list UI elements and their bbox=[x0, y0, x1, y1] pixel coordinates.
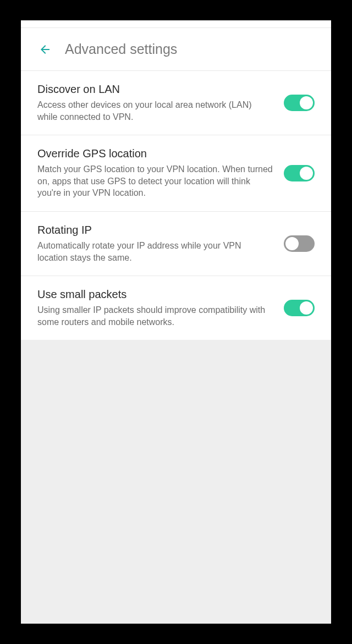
toggle-override-gps-location[interactable] bbox=[284, 165, 315, 181]
setting-text: Use small packetsUsing smaller IP packet… bbox=[37, 288, 284, 328]
setting-title: Discover on LAN bbox=[37, 83, 273, 96]
toggle-knob bbox=[300, 167, 313, 180]
back-button[interactable] bbox=[37, 42, 53, 57]
settings-list: Discover on LANAccess other devices on y… bbox=[21, 71, 331, 340]
header: Advanced settings bbox=[21, 28, 331, 71]
setting-description: Using smaller IP packets should improve … bbox=[37, 304, 273, 328]
setting-item-use-small-packets[interactable]: Use small packetsUsing smaller IP packet… bbox=[21, 276, 331, 340]
arrow-left-icon bbox=[38, 43, 52, 56]
toggle-rotating-ip[interactable] bbox=[284, 235, 315, 252]
setting-text: Override GPS locationMatch your GPS loca… bbox=[37, 147, 284, 199]
setting-description: Automatically rotate your IP address whi… bbox=[37, 240, 273, 263]
setting-description: Match your GPS location to your VPN loca… bbox=[37, 163, 273, 199]
device-frame: Advanced settings Discover on LANAccess … bbox=[21, 20, 331, 624]
setting-title: Override GPS location bbox=[37, 147, 273, 160]
toggle-knob bbox=[300, 96, 313, 109]
setting-text: Rotating IPAutomatically rotate your IP … bbox=[37, 224, 284, 263]
toggle-use-small-packets[interactable] bbox=[284, 300, 315, 316]
setting-text: Discover on LANAccess other devices on y… bbox=[37, 83, 284, 123]
setting-title: Use small packets bbox=[37, 288, 273, 301]
toggle-knob bbox=[285, 237, 299, 250]
setting-item-discover-on-lan[interactable]: Discover on LANAccess other devices on y… bbox=[21, 71, 331, 135]
setting-description: Access other devices on your local area … bbox=[37, 99, 273, 123]
status-bar bbox=[21, 20, 331, 28]
toggle-knob bbox=[300, 301, 313, 315]
setting-item-rotating-ip[interactable]: Rotating IPAutomatically rotate your IP … bbox=[21, 212, 331, 276]
setting-item-override-gps-location[interactable]: Override GPS locationMatch your GPS loca… bbox=[21, 135, 331, 212]
setting-title: Rotating IP bbox=[37, 224, 273, 236]
page-title: Advanced settings bbox=[65, 41, 177, 57]
toggle-discover-on-lan[interactable] bbox=[284, 95, 315, 111]
